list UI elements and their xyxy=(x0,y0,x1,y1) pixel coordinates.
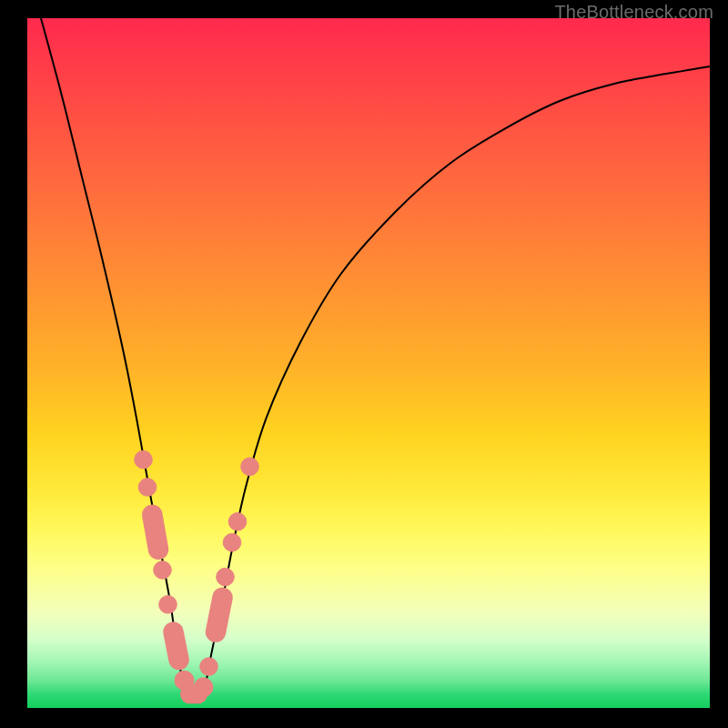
highlight-dot xyxy=(241,458,259,476)
curve-group xyxy=(41,18,710,703)
highlight-pill xyxy=(152,515,158,550)
bottleneck-curve xyxy=(41,18,710,703)
highlight-dot xyxy=(194,678,213,697)
highlight-dot xyxy=(169,650,188,669)
highlight-dot xyxy=(159,596,177,614)
highlight-dot xyxy=(200,658,218,676)
outer-frame: TheBottleneck.com xyxy=(0,0,728,728)
marker-group xyxy=(135,450,259,696)
highlight-dot xyxy=(138,479,157,497)
highlight-dot xyxy=(217,568,235,586)
plot-area xyxy=(27,18,710,708)
highlight-dot xyxy=(135,450,153,469)
highlight-dot xyxy=(223,533,241,551)
highlight-pill xyxy=(216,598,223,632)
chart-svg xyxy=(27,18,710,708)
watermark-text: TheBottleneck.com xyxy=(554,2,713,23)
highlight-dot xyxy=(228,513,247,531)
highlight-dot xyxy=(154,561,172,580)
